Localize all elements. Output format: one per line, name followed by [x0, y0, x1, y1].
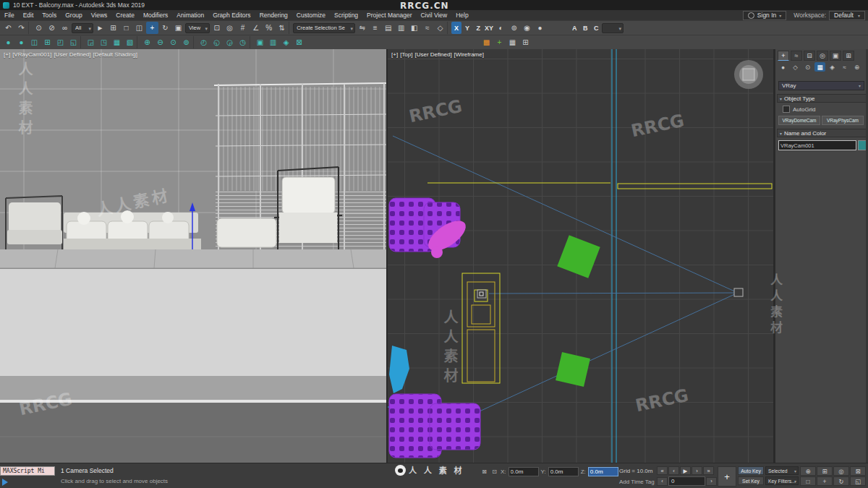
object-type-button[interactable]: VRayPhysCam: [822, 116, 864, 125]
angle-snap-icon[interactable]: ∠: [250, 22, 262, 34]
layout-tool-icon[interactable]: ⊞: [519, 36, 532, 48]
spacewarps-category[interactable]: ≈: [839, 62, 850, 72]
letter-b-icon[interactable]: B: [580, 22, 590, 34]
tool-icon[interactable]: ⊕: [141, 36, 153, 48]
layer-explorer-icon[interactable]: ▥: [395, 22, 407, 34]
z-axis-constraint[interactable]: Z: [473, 22, 483, 34]
material-editor-icon[interactable]: ◐: [495, 22, 507, 34]
utilities-tab[interactable]: ⊞: [843, 51, 854, 61]
menu-item[interactable]: Create: [111, 10, 139, 20]
modify-tab[interactable]: ≈: [791, 51, 802, 61]
maximize-viewport-icon[interactable]: ◱: [850, 476, 866, 486]
select-object-icon[interactable]: ►: [94, 22, 106, 34]
app-store-icon[interactable]: ▩: [480, 36, 493, 48]
redo-icon[interactable]: ↷: [15, 22, 27, 34]
tool-icon[interactable]: ⊙: [167, 36, 179, 48]
rect-selection-region-icon[interactable]: □: [120, 22, 132, 34]
unlink-selection-icon[interactable]: ⊘: [46, 22, 58, 34]
y-axis-constraint[interactable]: Y: [462, 22, 472, 34]
shapes-category[interactable]: ◇: [790, 62, 801, 72]
menu-item[interactable]: Views: [87, 10, 112, 20]
z-coord-field[interactable]: [588, 467, 618, 476]
go-to-end-button[interactable]: »: [703, 466, 714, 475]
motion-tab[interactable]: ◎: [817, 51, 828, 61]
render-setup-icon[interactable]: ⊚: [508, 22, 520, 34]
tool-icon[interactable]: ◷: [237, 36, 249, 48]
render-production-icon[interactable]: ●: [534, 22, 546, 34]
tool-icon[interactable]: ◵: [210, 36, 223, 48]
select-and-link-icon[interactable]: ⊙: [33, 22, 45, 34]
cameras-category[interactable]: ▦: [814, 62, 825, 72]
pan-icon[interactable]: +: [817, 476, 833, 486]
key-filters-dropdown[interactable]: Key Filters...: [765, 476, 799, 485]
add-time-tag[interactable]: Add Time Tag: [619, 479, 655, 485]
menu-item[interactable]: Modifiers: [139, 10, 172, 20]
geometry-category[interactable]: ●: [778, 62, 788, 72]
schematic-view-icon[interactable]: ◇: [434, 22, 446, 34]
zoom-extents-all-icon[interactable]: ⊠: [850, 466, 866, 476]
zoom-icon[interactable]: ⊕: [800, 466, 816, 476]
tool-icon[interactable]: ◴: [197, 36, 210, 48]
viewport-label-token[interactable]: [Top]: [400, 51, 412, 58]
play-button[interactable]: ▶: [680, 466, 691, 475]
menu-item[interactable]: Project Manager: [362, 10, 416, 20]
zoom-extents-icon[interactable]: ◎: [833, 466, 849, 476]
current-frame-field[interactable]: 0: [668, 476, 705, 486]
add-tool-icon[interactable]: +: [493, 36, 506, 48]
snaps-toggle-icon[interactable]: #: [237, 22, 249, 34]
menu-item[interactable]: File: [0, 10, 19, 20]
camera-viewport[interactable]: [+][VRayCam001][User Defined][Default Sh…: [0, 49, 386, 463]
tool-icon[interactable]: ▣: [254, 36, 266, 48]
select-and-rotate-icon[interactable]: ↻: [159, 22, 171, 34]
hierarchy-tab[interactable]: ⊟: [804, 51, 815, 61]
named-selection-sets-dropdown[interactable]: Create Selection Se: [293, 23, 355, 33]
menu-item[interactable]: Graph Editors: [208, 10, 255, 20]
percent-snap-icon[interactable]: %: [263, 22, 275, 34]
letter-a-icon[interactable]: A: [569, 22, 579, 34]
viewport-label-token[interactable]: [VRayCam001]: [12, 51, 51, 58]
menu-item[interactable]: Help: [451, 10, 472, 20]
scene-explorer-icon[interactable]: ▤: [382, 22, 394, 34]
name-color-rollout[interactable]: ▾ Name and Color: [777, 129, 867, 137]
menu-item[interactable]: Group: [61, 10, 87, 20]
helpers-category[interactable]: ◈: [827, 62, 838, 72]
viewport-label-token[interactable]: [User Defined]: [414, 51, 451, 58]
top-viewport[interactable]: [+][Top][User Defined][Wireframe]: [388, 49, 773, 463]
frame-forward-button[interactable]: ›: [706, 477, 717, 486]
viewport-label-token[interactable]: [Default Shading]: [93, 51, 137, 58]
sign-in-button[interactable]: Sign In ▾: [743, 11, 786, 20]
align-icon[interactable]: ≡: [369, 22, 381, 34]
xy-plane-constraint[interactable]: XY: [484, 22, 494, 34]
undo-icon[interactable]: ↶: [2, 22, 14, 34]
selection-filter-dropdown[interactable]: All: [72, 23, 93, 33]
object-type-button[interactable]: VRayDomeCam: [778, 116, 820, 125]
viewport-label-token[interactable]: [+]: [391, 51, 398, 58]
y-coord-field[interactable]: [548, 467, 579, 476]
tool-icon[interactable]: ⊖: [154, 36, 166, 48]
tool-icon[interactable]: ◈: [280, 36, 292, 48]
select-and-manipulate-icon[interactable]: ◎: [224, 22, 236, 34]
tool-icon[interactable]: ●: [15, 36, 27, 48]
spinner-snap-icon[interactable]: ⇅: [276, 22, 288, 34]
menu-item[interactable]: Animation: [172, 10, 208, 20]
previous-frame-button[interactable]: ‹: [668, 466, 679, 475]
category-dropdown[interactable]: VRay ▾: [778, 81, 864, 90]
zoom-all-icon[interactable]: ⊞: [817, 466, 833, 476]
quick-access-dropdown[interactable]: [602, 23, 624, 33]
x-axis-constraint[interactable]: X: [451, 22, 461, 34]
zoom-region-icon[interactable]: □: [800, 476, 816, 486]
systems-category[interactable]: ⊕: [851, 62, 862, 72]
ribbon-toggle-icon[interactable]: ◧: [408, 22, 420, 34]
select-by-name-icon[interactable]: ⊞: [107, 22, 119, 34]
menu-item[interactable]: Customize: [292, 10, 330, 20]
go-to-start-button[interactable]: «: [657, 466, 668, 475]
tool-icon[interactable]: ●: [2, 36, 14, 48]
create-tab[interactable]: +: [778, 51, 789, 61]
workspace-dropdown[interactable]: Default ▾: [829, 11, 865, 20]
tool-icon[interactable]: ▥: [267, 36, 279, 48]
window-crossing-icon[interactable]: ◫: [133, 22, 145, 34]
absolute-mode-icon[interactable]: ⊡: [490, 468, 498, 476]
tool-icon[interactable]: ◱: [67, 36, 80, 48]
set-key-button[interactable]: Set Key: [738, 476, 764, 485]
mirror-icon[interactable]: ⇋: [356, 22, 368, 34]
